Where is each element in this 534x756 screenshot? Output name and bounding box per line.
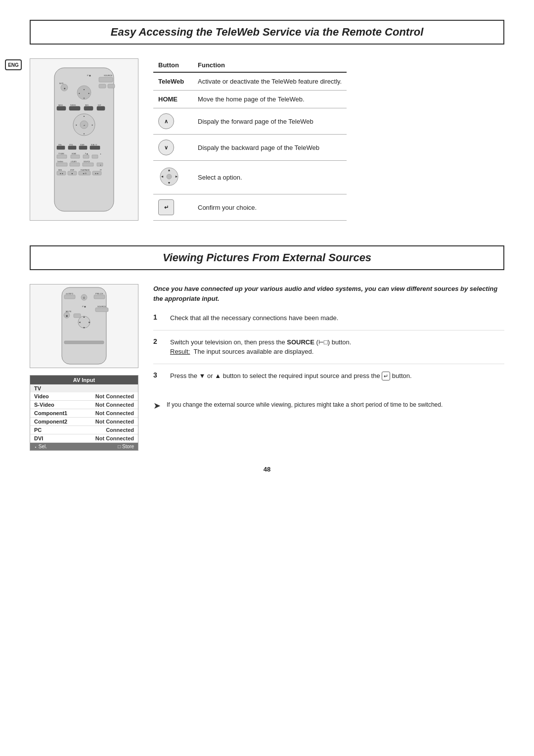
function-confirm: Confirm your choice. bbox=[193, 194, 347, 221]
av-value-component1: Not Connected bbox=[95, 410, 134, 416]
svg-text:STILL: STILL bbox=[69, 144, 73, 146]
col-function-header: Function bbox=[193, 58, 347, 72]
function-teleweb: Activate or deactivate the TeleWeb featu… bbox=[193, 72, 347, 91]
svg-rect-21 bbox=[97, 106, 105, 110]
svg-rect-13 bbox=[108, 84, 115, 88]
list-item: DVI Not Connected bbox=[30, 434, 138, 443]
svg-text:PLAY/PAUSE: PLAY/PAUSE bbox=[81, 169, 89, 171]
svg-text:TeleWeb: TeleWeb bbox=[57, 161, 63, 163]
av-value-video: Not Connected bbox=[95, 393, 134, 399]
svg-text:MENU: MENU bbox=[58, 104, 63, 106]
av-value-component2: Not Connected bbox=[95, 419, 134, 425]
footer-sel: ⬩ Sel. bbox=[34, 444, 47, 449]
av-label-dvi: DVI bbox=[34, 435, 43, 441]
svg-text:►: ► bbox=[88, 92, 90, 94]
svg-rect-12 bbox=[99, 84, 106, 88]
svg-text:►: ► bbox=[175, 175, 178, 178]
svg-text:SCAN: SCAN bbox=[80, 144, 84, 146]
bottom-section: ch.INFO PRE-CH 0 P ▣ SOURCE MUTE ◉ bbox=[30, 284, 504, 451]
svg-rect-15 bbox=[57, 106, 66, 110]
table-row: ↵ Confirm your choice. bbox=[153, 194, 347, 221]
function-table: Button Function TeleWeb Activate or deac… bbox=[153, 58, 347, 221]
svg-text:STOP: STOP bbox=[70, 169, 74, 171]
svg-rect-32 bbox=[68, 146, 76, 149]
svg-rect-75 bbox=[94, 295, 105, 299]
svg-text:◄: ◄ bbox=[161, 175, 164, 178]
function-forward: Dispaly the forward page of the TeleWeb bbox=[193, 108, 347, 135]
table-row: HOME Move the home page of the TeleWeb. bbox=[153, 91, 347, 108]
section1-title-box: Easy Accessing the TeleWeb Service via t… bbox=[30, 20, 504, 45]
svg-rect-43 bbox=[92, 155, 98, 158]
button-label-home: HOME bbox=[153, 91, 193, 108]
button-icon-dpad: ▲ ◄ ► ▼ bbox=[153, 161, 193, 194]
svg-rect-48 bbox=[70, 163, 80, 166]
svg-rect-40 bbox=[71, 155, 80, 158]
svg-text:►/II: ►/II bbox=[83, 172, 86, 175]
svg-text:P ▣: P ▣ bbox=[85, 153, 88, 155]
av-value-svideo: Not Connected bbox=[95, 402, 134, 408]
svg-text:EXIT: EXIT bbox=[98, 104, 101, 106]
av-input-header: AV Input bbox=[30, 376, 138, 384]
av-label-svideo: S-Video bbox=[34, 402, 54, 408]
footer-store: □ Store bbox=[118, 444, 134, 449]
button-label-teleweb: TeleWeb bbox=[153, 72, 193, 91]
svg-text:FF: FF bbox=[100, 169, 102, 171]
function-backward: Dispaly the backward page of the TeleWeb bbox=[193, 135, 347, 161]
intro-text: Once you have connected up your various … bbox=[153, 284, 504, 303]
list-item: Video Not Connected bbox=[30, 392, 138, 401]
svg-text:▲: ▲ bbox=[100, 153, 101, 155]
step-number-2: 2 bbox=[153, 337, 162, 357]
button-icon-up: ∧ bbox=[153, 108, 193, 135]
left-column: ch.INFO PRE-CH 0 P ▣ SOURCE MUTE ◉ bbox=[30, 284, 138, 451]
svg-text:▲: ▲ bbox=[168, 168, 171, 172]
table-row: ▲ ◄ ► ▼ Select a option. bbox=[153, 161, 347, 194]
step-text-3: Press the ▼ or ▲ button to select the re… bbox=[170, 371, 412, 381]
av-label-component2: Component2 bbox=[34, 419, 67, 425]
step-number-1: 1 bbox=[153, 313, 162, 323]
svg-text:►: ► bbox=[91, 124, 93, 126]
av-label-component1: Component1 bbox=[34, 410, 67, 416]
function-home: Move the home page of the TeleWeb. bbox=[193, 91, 347, 108]
av-value-dvi: Not Connected bbox=[95, 435, 134, 441]
note-arrow-icon: ➤ bbox=[153, 400, 161, 411]
top-section: P ▣ SOURCE MUTE ◉ ▲ ◄ ► ▼ MENU P.MODE bbox=[30, 58, 504, 221]
list-item: Component2 Not Connected bbox=[30, 418, 138, 426]
function-table-wrapper: Button Function TeleWeb Activate or deac… bbox=[153, 58, 504, 221]
svg-rect-89 bbox=[74, 314, 81, 318]
svg-rect-19 bbox=[84, 106, 93, 110]
svg-text:◄◄: ◄◄ bbox=[59, 172, 63, 175]
svg-text:ch.INFO: ch.INFO bbox=[66, 292, 73, 295]
svg-text:◄: ◄ bbox=[75, 124, 77, 126]
svg-rect-80 bbox=[95, 308, 108, 312]
eng-badge: ENG bbox=[5, 59, 22, 70]
svg-rect-34 bbox=[79, 146, 87, 149]
svg-text:P ▣: P ▣ bbox=[82, 305, 86, 308]
step-item-3: 3 Press the ▼ or ▲ button to select the … bbox=[153, 371, 504, 388]
table-row: ∨ Dispaly the backward page of the TeleW… bbox=[153, 135, 347, 161]
svg-text:▲: ▲ bbox=[83, 315, 86, 318]
svg-rect-3 bbox=[99, 77, 113, 82]
list-item: S-Video Not Connected bbox=[30, 401, 138, 409]
svg-text:▲: ▲ bbox=[83, 115, 85, 117]
svg-text:HOME: HOME bbox=[72, 153, 76, 155]
svg-text:PRE-CH: PRE-CH bbox=[95, 292, 103, 295]
svg-text:▲: ▲ bbox=[83, 88, 85, 91]
svg-text:▼: ▼ bbox=[83, 97, 85, 99]
section2-title-box: Viewing Pictures From External Sources bbox=[30, 245, 504, 270]
av-value-pc: Connected bbox=[106, 427, 134, 433]
svg-text:▼: ▼ bbox=[100, 164, 101, 166]
svg-point-70 bbox=[167, 174, 172, 179]
av-input-section: TV bbox=[30, 384, 138, 392]
right-column: Once you have connected up your various … bbox=[153, 284, 504, 451]
svg-rect-30 bbox=[57, 146, 65, 149]
svg-rect-73 bbox=[64, 295, 75, 299]
result-label: Result: bbox=[170, 348, 190, 355]
svg-text:►: ► bbox=[89, 321, 91, 324]
enter-button-ref: ↵ bbox=[382, 372, 390, 381]
enter-icon: ↵ bbox=[158, 199, 174, 215]
svg-text:SOURCE: SOURCE bbox=[104, 74, 112, 77]
svg-text:P ▣: P ▣ bbox=[87, 74, 91, 77]
svg-rect-17 bbox=[69, 106, 80, 110]
svg-rect-36 bbox=[90, 146, 100, 149]
source-bold: SOURCE bbox=[287, 338, 314, 346]
